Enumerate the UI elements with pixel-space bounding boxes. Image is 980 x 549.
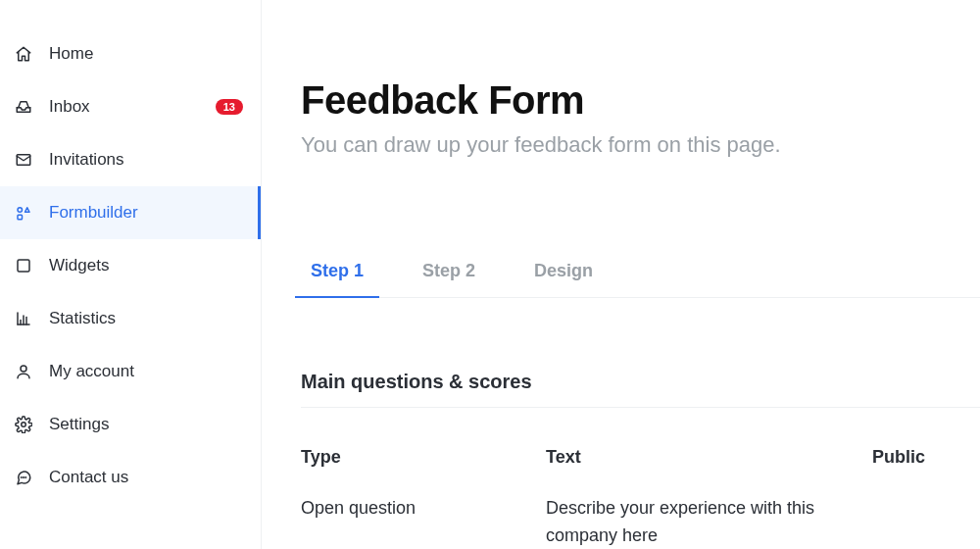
column-header-public: Public [872, 447, 941, 468]
inbox-badge: 13 [216, 99, 243, 115]
section-title: Main questions & scores [301, 371, 980, 408]
svg-point-7 [24, 477, 24, 478]
cell-text: Describe your experience with this compa… [546, 495, 872, 549]
sidebar-item-invitations[interactable]: Invitations [0, 133, 261, 186]
sidebar-item-home[interactable]: Home [0, 27, 261, 80]
sidebar-item-label: Contact us [49, 468, 243, 487]
main-content: Feedback Form You can draw up your feedb… [262, 0, 980, 549]
chat-icon [14, 468, 33, 487]
square-icon [14, 256, 33, 275]
sidebar-item-label: Home [49, 44, 243, 64]
cell-public [872, 495, 941, 549]
home-icon [14, 44, 33, 64]
sidebar-item-label: Settings [49, 415, 243, 434]
svg-rect-3 [18, 260, 29, 272]
user-icon [14, 362, 33, 381]
sidebar-item-label: Formbuilder [49, 203, 240, 223]
sidebar-item-settings[interactable]: Settings [0, 398, 261, 451]
svg-point-6 [21, 477, 22, 478]
tab-step-2[interactable]: Step 2 [413, 261, 485, 297]
cell-type: Open question [301, 495, 546, 549]
column-header-type: Type [301, 447, 546, 468]
sidebar-item-label: Invitations [49, 150, 243, 170]
svg-point-4 [21, 366, 26, 372]
sidebar-item-label: My account [49, 362, 243, 381]
sidebar-item-statistics[interactable]: Statistics [0, 292, 261, 345]
sidebar-item-label: Inbox [49, 97, 216, 117]
envelope-icon [14, 150, 33, 170]
inbox-icon [14, 97, 33, 117]
tabs: Step 1 Step 2 Design [301, 261, 980, 298]
sidebar-item-label: Widgets [49, 256, 243, 275]
svg-point-1 [18, 208, 23, 213]
table-header: Type Text Public [301, 447, 980, 468]
svg-point-8 [25, 477, 26, 478]
sidebar-item-widgets[interactable]: Widgets [0, 239, 261, 292]
sidebar: Home Inbox 13 Invitations Formbuilder [0, 0, 262, 549]
questions-table: Type Text Public Open question Describe … [301, 447, 980, 549]
sidebar-item-contact-us[interactable]: Contact us [0, 451, 261, 504]
svg-rect-2 [18, 215, 23, 220]
bar-chart-icon [14, 309, 33, 328]
sidebar-item-inbox[interactable]: Inbox 13 [0, 80, 261, 133]
column-header-text: Text [546, 447, 872, 468]
tab-step-1[interactable]: Step 1 [301, 261, 373, 297]
svg-point-5 [22, 423, 26, 427]
table-row: Open question Describe your experience w… [301, 495, 980, 549]
sidebar-item-label: Statistics [49, 309, 243, 328]
page-title: Feedback Form [301, 78, 980, 123]
sidebar-item-formbuilder[interactable]: Formbuilder [0, 186, 261, 239]
page-subtitle: You can draw up your feedback form on th… [301, 132, 980, 158]
gear-icon [14, 415, 33, 434]
shapes-icon [14, 203, 33, 223]
tab-design[interactable]: Design [524, 261, 603, 297]
sidebar-item-my-account[interactable]: My account [0, 345, 261, 398]
